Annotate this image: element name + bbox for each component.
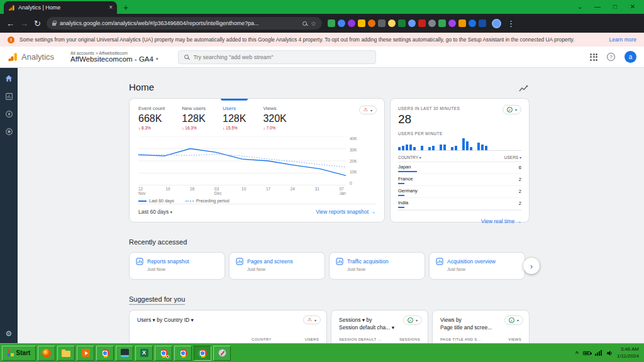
recent-card-time: Just Now: [347, 267, 418, 272]
suggested-card-views-by-page[interactable]: Views byPage title and scree... ✓▾ PAGE …: [432, 310, 530, 343]
recent-card-pages-screens[interactable]: Pages and screens Just Now: [229, 252, 325, 280]
refresh-icon[interactable]: ↻: [34, 19, 41, 28]
chrome-icon[interactable]: [96, 346, 114, 361]
extension-icon[interactable]: [408, 19, 416, 27]
extension-icon[interactable]: [438, 19, 446, 27]
compass-app-icon[interactable]: [213, 346, 231, 361]
file-explorer-icon[interactable]: [57, 346, 75, 361]
table-row[interactable]: India 2: [398, 198, 521, 210]
forward-icon[interactable]: →: [20, 19, 28, 28]
date-range-selector[interactable]: Last 60 days ▾: [138, 209, 172, 215]
help-icon[interactable]: ?: [607, 53, 615, 61]
browser-navbar: ← → ↻ analytics.google.com/analytics/web…: [0, 14, 644, 33]
browser-menu-icon[interactable]: ⋮: [507, 19, 515, 28]
learn-more-link[interactable]: Learn more: [609, 36, 636, 43]
recent-card-traffic-acquisition[interactable]: Traffic acquisition Just Now: [329, 252, 425, 280]
chrome-profile-icon[interactable]: [155, 346, 172, 361]
realtime-card: USERS IN LAST 30 MINUTES ✓ ▾ 28 USERS PE…: [390, 98, 530, 222]
data-quality-selector[interactable]: ✓▾: [504, 315, 523, 325]
recent-card-reports-snapshot[interactable]: Reports snapshot Just Now: [129, 252, 225, 280]
view-reports-snapshot-link[interactable]: View reports snapshot →: [316, 209, 375, 215]
users-column-header[interactable]: USERS: [504, 155, 518, 160]
excel-icon[interactable]: [135, 346, 153, 361]
browser-tab[interactable]: Analytics | Home ×: [4, 1, 117, 14]
traffic-line-chart: 40K30K20K10K0: [138, 136, 375, 185]
start-button[interactable]: Start: [2, 346, 36, 361]
suggested-card-users-by-country[interactable]: Users ▾ by Country ID ▾ ⚠▾ COUNTRY USERS: [129, 310, 327, 343]
advertising-icon[interactable]: [5, 128, 13, 136]
close-button[interactable]: ✕: [624, 1, 641, 13]
metric-tab-users[interactable]: Users 128K ↓ 15.5%: [223, 106, 246, 130]
trend-y-axis: 40K30K20K10K0: [346, 136, 362, 185]
tray-expand-icon[interactable]: ^: [575, 350, 579, 356]
network-signal-icon[interactable]: [595, 350, 602, 356]
users-per-minute-label: USERS PER MINUTE: [398, 131, 521, 136]
table-row[interactable]: Japan 6: [398, 162, 521, 174]
table-row[interactable]: Germany 2: [398, 186, 521, 198]
battery-icon[interactable]: [583, 351, 591, 355]
metric-label: Event count: [138, 106, 165, 111]
volume-icon[interactable]: [606, 350, 613, 356]
metric-tab-event-count[interactable]: Event count 668K ↓ 8.3%: [138, 106, 165, 130]
extension-icon[interactable]: [418, 19, 426, 27]
extension-icon[interactable]: [368, 19, 375, 27]
media-player-icon[interactable]: [77, 346, 94, 361]
data-quality-selector[interactable]: ⚠▾: [303, 315, 321, 324]
extension-icon[interactable]: [458, 19, 466, 27]
extension-icon[interactable]: [338, 19, 345, 27]
realtime-status-selector[interactable]: ✓ ▾: [502, 105, 521, 114]
metric-tab-views[interactable]: Views 320K ↓ 7.0%: [263, 106, 286, 130]
reports-icon[interactable]: [5, 92, 13, 101]
extension-icon[interactable]: [328, 19, 335, 27]
carousel-next-button[interactable]: ›: [523, 258, 540, 274]
insights-icon[interactable]: [519, 84, 528, 94]
search-icon[interactable]: [303, 21, 307, 26]
code-editor-icon[interactable]: [116, 346, 133, 361]
country-name: Germany: [398, 188, 521, 194]
firefox-icon[interactable]: [38, 346, 55, 361]
home-icon[interactable]: [4, 74, 13, 83]
new-tab-button[interactable]: +: [123, 3, 128, 12]
tab-close-icon[interactable]: ×: [109, 4, 113, 11]
taskbar-clock[interactable]: 3:46 AM 1/11/2024: [617, 346, 639, 359]
tab-search-icon[interactable]: ⌄: [571, 1, 589, 13]
minimize-button[interactable]: —: [589, 1, 606, 13]
trend-x-axis: 12Nov19 26 03Dec10 17 24 31 07Jan: [138, 187, 346, 195]
user-avatar[interactable]: a: [625, 51, 636, 63]
extension-icon[interactable]: [358, 19, 365, 27]
country-name: Japan: [398, 164, 521, 170]
account-selector[interactable]: All accounts > Affwebsitecom AffWebsitec…: [70, 51, 158, 63]
extension-icon[interactable]: [448, 19, 456, 27]
extension-icon[interactable]: [388, 19, 396, 27]
extensions-row: [328, 19, 486, 27]
suggested-card-title: Views by: [440, 317, 462, 323]
table-row[interactable]: France 2: [398, 174, 521, 186]
extension-icon[interactable]: [348, 19, 355, 27]
data-quality-selector[interactable]: ✓▾: [403, 315, 422, 325]
browser-profile-avatar[interactable]: [492, 19, 501, 28]
suggested-card-sessions-by-channel[interactable]: Sessions ▾ bySession default cha... ▾ ✓▾…: [331, 310, 428, 343]
chart-legend: Last 60 days Preceding period: [138, 199, 375, 203]
chrome-active-window-button[interactable]: [194, 346, 211, 361]
metric-tab-new-users[interactable]: New users 128K ↓ 16.3%: [182, 106, 206, 130]
chrome-profile-icon[interactable]: [174, 346, 192, 361]
bookmark-star-icon[interactable]: ☆: [311, 20, 316, 27]
extension-icon[interactable]: [469, 19, 476, 27]
search-input[interactable]: [193, 54, 370, 60]
extension-icon[interactable]: [378, 19, 386, 27]
extension-icon[interactable]: [479, 19, 486, 27]
country-column-header[interactable]: COUNTRY: [398, 155, 418, 160]
diagnostics-grid-icon[interactable]: [590, 53, 597, 61]
recent-card-acquisition-overview[interactable]: Acquisition overview Just Now: [429, 252, 525, 280]
admin-gear-icon[interactable]: ⚙: [0, 329, 18, 338]
data-quality-selector[interactable]: ⚠ ▾: [359, 106, 377, 114]
recent-card-label: Acquisition overview: [447, 258, 496, 265]
back-icon[interactable]: ←: [6, 19, 14, 28]
explore-icon[interactable]: [5, 110, 13, 118]
restore-button[interactable]: □: [606, 1, 624, 13]
view-realtime-link[interactable]: View real time →: [481, 218, 521, 224]
ga-search-bar[interactable]: [178, 50, 376, 64]
extension-icon[interactable]: [398, 19, 406, 27]
extension-icon[interactable]: [428, 19, 436, 27]
address-bar[interactable]: analytics.google.com/analytics/web/#/p36…: [47, 17, 322, 30]
